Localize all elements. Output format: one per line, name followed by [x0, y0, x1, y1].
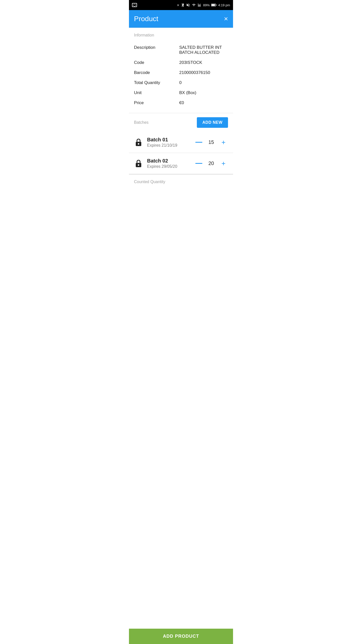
mute-icon: [186, 3, 190, 7]
lock-icon-2: [134, 158, 143, 169]
price-value: €0: [179, 100, 228, 105]
information-section-header: Information: [129, 28, 233, 40]
batches-section-header: Batches ADD NEW: [129, 113, 233, 132]
code-row: Code 203ISTOCK: [134, 58, 228, 68]
batch-1-quantity: 15: [207, 139, 215, 145]
svg-rect-1: [216, 5, 216, 6]
add-new-button[interactable]: ADD NEW: [197, 117, 228, 128]
plus-icon-2: +: [221, 160, 225, 167]
batch-1-expires: Expires 21/10/19: [147, 143, 190, 148]
battery-icon: [211, 3, 217, 7]
total-quantity-label: Total Quantity: [134, 80, 179, 85]
description-value: SALTED BUTTER INTBATCH ALLOCATED: [179, 45, 228, 55]
header: Product ×: [129, 10, 233, 28]
total-quantity-value: 0: [179, 80, 228, 85]
counted-quantity-label: Counted Quantity: [134, 180, 165, 184]
description-row: Description SALTED BUTTER INTBATCH ALLOC…: [134, 43, 228, 58]
svg-point-6: [138, 164, 139, 166]
price-label: Price: [134, 100, 179, 105]
batch-1-increment-button[interactable]: +: [219, 138, 228, 147]
wifi-icon: [192, 3, 196, 7]
barcode-row: Barcode 2100000376150: [134, 68, 228, 78]
barcode-label: Barcode: [134, 70, 179, 75]
svg-rect-2: [211, 4, 215, 6]
page-title: Product: [134, 15, 158, 23]
batch-2-controls: 20 +: [194, 159, 228, 168]
status-bar: ⨯ 89% 4:19 pm: [129, 0, 233, 10]
unit-row: Unit BX (Box): [134, 88, 228, 98]
lock-icon-1: [134, 137, 143, 147]
batch-1-decrement-button[interactable]: [194, 138, 203, 147]
batch-2-name: Batch 02: [147, 158, 190, 164]
total-quantity-row: Total Quantity 0: [134, 78, 228, 88]
barcode-value: 2100000376150: [179, 70, 228, 75]
description-label: Description: [134, 45, 179, 50]
bluetooth-icon: [181, 3, 185, 7]
code-label: Code: [134, 60, 179, 65]
photo-icon: [132, 3, 137, 7]
add-product-button[interactable]: ADD PRODUCT: [129, 629, 233, 644]
battery-percentage: 89%: [203, 3, 210, 7]
unit-value: BX (Box): [179, 90, 228, 95]
batch-1-info: Batch 01 Expires 21/10/19: [147, 137, 190, 148]
minus-icon-1: [195, 142, 202, 143]
plus-icon-1: +: [221, 139, 225, 146]
batch-2-increment-button[interactable]: +: [219, 159, 228, 168]
unit-label: Unit: [134, 90, 179, 95]
bluetooth-icon: ⨯: [177, 3, 179, 7]
code-value: 203ISTOCK: [179, 60, 228, 65]
status-right: ⨯ 89% 4:19 pm: [177, 3, 230, 7]
batch-2-info: Batch 02 Expires 29/05/20: [147, 158, 190, 169]
batch-2-expires: Expires 29/05/20: [147, 164, 190, 169]
batch-item-1: Batch 01 Expires 21/10/19 15 +: [129, 132, 233, 153]
minus-icon-2: [195, 163, 202, 164]
price-row: Price €0: [134, 98, 228, 108]
batch-1-controls: 15 +: [194, 138, 228, 147]
batch-item-2: Batch 02 Expires 29/05/20 20 +: [129, 153, 233, 174]
svg-point-4: [138, 143, 139, 145]
batch-2-decrement-button[interactable]: [194, 159, 203, 168]
batches-label: Batches: [134, 120, 149, 125]
status-left: [132, 3, 137, 7]
info-section: Description SALTED BUTTER INTBATCH ALLOC…: [129, 40, 233, 113]
batch-2-quantity: 20: [207, 160, 215, 166]
signal-icon: [198, 3, 202, 7]
counted-section: Counted Quantity: [129, 174, 233, 189]
close-button[interactable]: ×: [224, 15, 228, 23]
time: 4:19 pm: [218, 3, 230, 7]
batch-1-name: Batch 01: [147, 137, 190, 143]
